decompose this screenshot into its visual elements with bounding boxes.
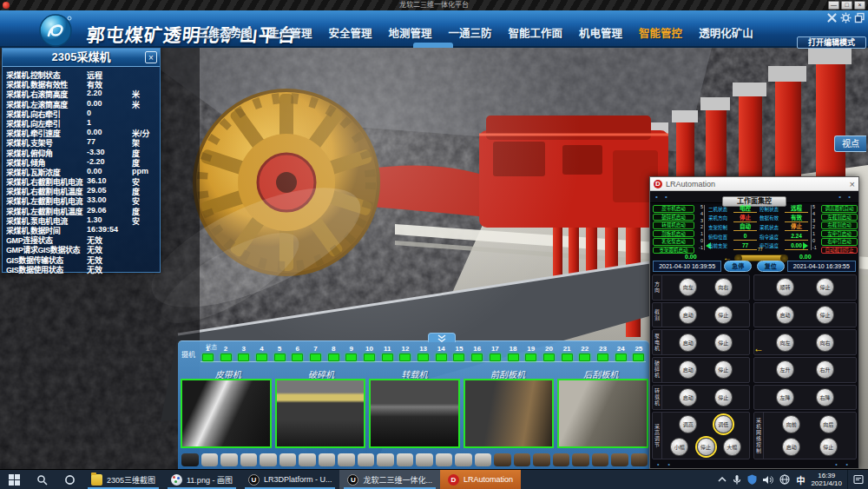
control-button[interactable]: 停止 bbox=[819, 438, 838, 456]
channel-cell[interactable]: 8 bbox=[325, 345, 343, 366]
search-icon[interactable] bbox=[28, 470, 56, 489]
nav-menu-item[interactable]: 智能工作面 bbox=[509, 24, 563, 41]
status-square[interactable] bbox=[525, 354, 536, 361]
status-square[interactable] bbox=[292, 354, 303, 361]
control-button[interactable]: 小幅 bbox=[670, 438, 688, 456]
panel-header[interactable]: 2305采煤机 × bbox=[3, 49, 160, 67]
control-button[interactable]: 启动 bbox=[679, 306, 697, 324]
control-button[interactable]: 启动 bbox=[679, 334, 697, 352]
status-square[interactable] bbox=[399, 354, 411, 361]
collapse-chevron-icon[interactable] bbox=[428, 333, 456, 342]
taskbar-app[interactable]: LRAutomation bbox=[440, 470, 521, 489]
status-square[interactable] bbox=[615, 354, 627, 361]
control-button[interactable]: 大幅 bbox=[723, 438, 741, 456]
automation-mode-button[interactable]: 调高跟机自动 bbox=[821, 205, 858, 213]
camera-thumbnail[interactable] bbox=[464, 379, 555, 448]
taskbar-app[interactable]: 2305三维截图 bbox=[83, 470, 163, 489]
filmstrip-tile[interactable] bbox=[631, 453, 648, 466]
control-button[interactable]: 向前 bbox=[782, 415, 800, 433]
shield-icon[interactable] bbox=[747, 474, 757, 485]
channel-cell[interactable]: 6 bbox=[288, 345, 306, 366]
channel-cell[interactable]: 14 bbox=[432, 345, 450, 366]
control-button[interactable]: 停止 bbox=[816, 278, 834, 296]
channel-cell[interactable]: 21 bbox=[558, 345, 576, 366]
minimize-button[interactable]: — bbox=[828, 1, 839, 10]
ime-indicator[interactable]: 中 bbox=[796, 473, 805, 486]
channel-cell[interactable]: 17 bbox=[486, 345, 504, 366]
filmstrip-tile[interactable] bbox=[455, 453, 472, 466]
automation-start-button[interactable]: 转载机启动 bbox=[653, 221, 694, 229]
control-button[interactable]: 启动 bbox=[782, 438, 800, 456]
control-button[interactable]: 向右 bbox=[714, 278, 733, 296]
panel-close-icon[interactable]: × bbox=[145, 51, 157, 63]
control-button[interactable]: 停止 bbox=[816, 306, 834, 324]
cortana-icon[interactable] bbox=[56, 470, 83, 489]
status-square[interactable] bbox=[508, 354, 519, 361]
camera-thumbnail[interactable] bbox=[369, 379, 460, 448]
filmstrip-tile[interactable] bbox=[260, 453, 277, 466]
filmstrip-tile[interactable] bbox=[201, 453, 219, 466]
control-button[interactable]: 启动 bbox=[776, 306, 794, 324]
status-square[interactable] bbox=[202, 354, 214, 361]
control-button[interactable]: 左降 bbox=[776, 388, 794, 406]
filmstrip-tile[interactable] bbox=[514, 453, 531, 466]
channel-cell[interactable]: 19 bbox=[522, 345, 540, 366]
pen-icon[interactable] bbox=[733, 474, 741, 485]
filmstrip-tile[interactable] bbox=[553, 453, 570, 466]
status-square[interactable] bbox=[471, 354, 483, 361]
automation-mode-button[interactable]: 左牵引启动 bbox=[821, 230, 858, 238]
filmstrip-tile[interactable] bbox=[299, 453, 316, 466]
filmstrip-tile[interactable] bbox=[279, 453, 297, 466]
channel-cell[interactable]: 18 bbox=[504, 345, 523, 366]
nav-menu-item[interactable]: 安全管理 bbox=[329, 24, 372, 41]
status-square[interactable] bbox=[436, 354, 447, 361]
channel-cell[interactable]: 12 bbox=[397, 345, 415, 366]
notification-center-icon[interactable] bbox=[847, 470, 868, 489]
nav-menu-item[interactable]: 智能管控 bbox=[639, 24, 682, 41]
status-square[interactable] bbox=[238, 354, 249, 361]
status-square[interactable] bbox=[364, 354, 375, 361]
channel-cell[interactable]: 3 bbox=[234, 345, 253, 366]
automation-mode-button[interactable]: 左截割启动 bbox=[821, 214, 858, 221]
channel-cell[interactable]: 23 bbox=[594, 345, 612, 366]
status-square[interactable] bbox=[328, 354, 339, 361]
nav-menu-item[interactable]: 一通三防 bbox=[449, 24, 492, 41]
lr-close-icon[interactable]: × bbox=[850, 179, 855, 189]
channel-cell[interactable]: 10 bbox=[360, 345, 378, 366]
automation-mode-button[interactable]: 右截割启动 bbox=[821, 221, 858, 229]
control-button[interactable]: 启动 bbox=[679, 388, 697, 406]
nav-menu-item[interactable]: 透明化矿山 bbox=[699, 24, 753, 41]
filmstrip-tile[interactable] bbox=[572, 453, 589, 466]
taskbar-clock[interactable]: 16:39 2021/4/10 bbox=[811, 472, 842, 487]
reset-button[interactable]: 复位 bbox=[757, 261, 785, 272]
filmstrip-tile[interactable] bbox=[494, 453, 511, 466]
control-button[interactable]: 左升 bbox=[776, 360, 794, 379]
filmstrip-tile[interactable] bbox=[377, 453, 394, 466]
gear-icon[interactable] bbox=[840, 12, 852, 23]
control-button[interactable]: 调高 bbox=[679, 415, 697, 433]
channel-cell[interactable]: 16 bbox=[468, 345, 486, 366]
channel-cell[interactable]: 7 bbox=[306, 345, 325, 366]
control-button[interactable]: 调低 bbox=[714, 415, 733, 433]
control-button[interactable]: 停止 bbox=[714, 388, 733, 406]
status-square[interactable] bbox=[490, 354, 501, 361]
chevron-up-icon[interactable] bbox=[718, 476, 727, 483]
filmstrip-tile[interactable] bbox=[436, 453, 453, 466]
camera-thumbnail[interactable] bbox=[557, 379, 648, 448]
status-square[interactable] bbox=[597, 354, 608, 361]
estop-button[interactable]: 急停 bbox=[724, 261, 752, 272]
filmstrip-tile[interactable] bbox=[611, 453, 628, 466]
maximize-button[interactable]: □ bbox=[841, 1, 852, 10]
nav-menu-item[interactable]: 机电管理 bbox=[579, 24, 622, 41]
channel-cell[interactable]: 1 bbox=[199, 345, 217, 366]
automation-start-button[interactable]: 乳化泵启动 bbox=[653, 238, 694, 246]
window-restore-icon[interactable] bbox=[854, 12, 865, 23]
channel-cell[interactable]: 22 bbox=[575, 345, 594, 366]
filmstrip-tile[interactable] bbox=[592, 453, 609, 466]
channel-cell[interactable]: 9 bbox=[343, 345, 361, 366]
filmstrip-tile[interactable] bbox=[475, 453, 492, 466]
network-globe-icon[interactable] bbox=[779, 474, 790, 485]
channel-cell[interactable]: 25 bbox=[630, 345, 648, 366]
channel-cell[interactable]: 13 bbox=[414, 345, 432, 366]
channel-cell[interactable]: 5 bbox=[271, 345, 289, 366]
